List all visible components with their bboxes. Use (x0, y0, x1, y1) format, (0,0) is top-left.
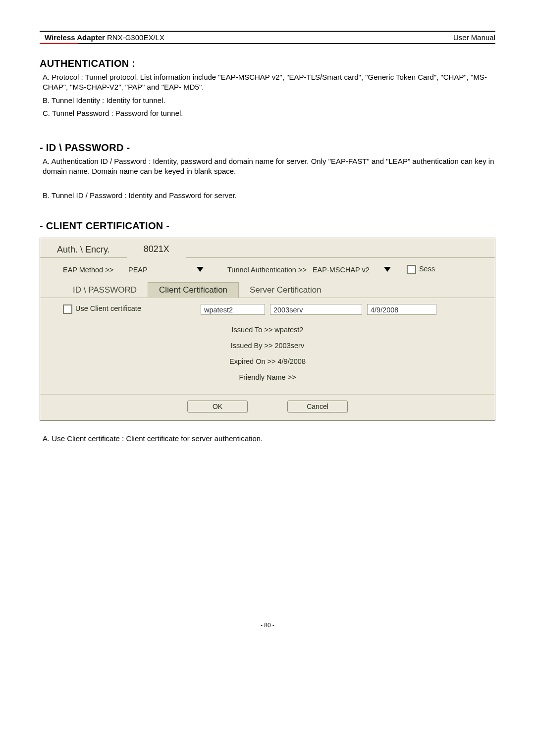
page-header: Wireless Adapter RNX-G300EX/LX User Manu… (40, 31, 495, 44)
cert-info-area: Issued To >> wpatest2 Issued By >> 2003s… (40, 320, 495, 394)
auth-item-b: B. Tunnel Identity : Identity for tunnel… (43, 96, 495, 105)
header-red-underline (40, 43, 78, 44)
eap-method-value[interactable]: PEAP (126, 265, 190, 275)
session-checkbox-wrap[interactable]: Sess (407, 265, 435, 274)
subtab-server-cert[interactable]: Server Certification (239, 283, 332, 298)
tab-8021x[interactable]: 8021X (127, 241, 186, 258)
cert-expired-on: Expired On >> 4/9/2008 (40, 353, 495, 369)
dialog-button-row: OK Cancel (40, 394, 495, 420)
use-client-cert-checkbox-wrap[interactable]: Use Client certificate (63, 304, 141, 314)
cert-issued-by: Issued By >> 2003serv (40, 338, 495, 353)
header-product-bold: Wireless Adapter (45, 33, 105, 42)
section-title-id-password: - ID \ PASSWORD - (40, 142, 495, 153)
auth-dialog: Auth. \ Encry. 8021X EAP Method >> PEAP … (40, 238, 495, 421)
eap-method-label: EAP Method >> (63, 266, 122, 274)
section-title-client-cert: - CLIENT CERTIFICATION - (40, 220, 495, 232)
session-checkbox[interactable] (407, 265, 416, 274)
section-title-authentication: AUTHENTICATION : (40, 58, 495, 69)
chevron-down-icon[interactable] (384, 267, 391, 272)
chevron-down-icon[interactable] (197, 267, 204, 272)
session-label: Sess (419, 265, 435, 273)
client-cert-note: A. Use Client certificate : Client certi… (43, 434, 495, 444)
subtab-id-password[interactable]: ID \ PASSWORD (62, 283, 148, 298)
tunnel-auth-label: Tunnel Authentication >> (227, 266, 307, 274)
tab-auth-encry[interactable]: Auth. \ Encry. (40, 241, 127, 258)
client-cert-row: Use Client certificate wpatest2 2003serv… (40, 298, 495, 320)
idp-item-a: A. Authentication ID / Password : Identi… (43, 156, 495, 177)
cert-field-1[interactable]: wpatest2 (201, 304, 265, 315)
cancel-button[interactable]: Cancel (287, 401, 348, 412)
header-right: User Manual (453, 33, 495, 42)
use-client-cert-checkbox[interactable] (63, 304, 72, 314)
cert-field-3[interactable]: 4/9/2008 (367, 304, 436, 315)
idp-item-b: B. Tunnel ID / Password : Identity and P… (43, 191, 495, 201)
auth-item-c: C. Tunnel Password : Password for tunnel… (43, 108, 495, 118)
cert-field-2[interactable]: 2003serv (270, 304, 362, 315)
tunnel-auth-value[interactable]: EAP-MSCHAP v2 (313, 266, 377, 274)
header-left: Wireless Adapter RNX-G300EX/LX (45, 33, 164, 42)
eap-row: EAP Method >> PEAP Tunnel Authentication… (40, 258, 495, 282)
auth-item-a: A. Protocol : Tunnel protocol, List info… (43, 72, 495, 93)
page-number: - 80 - (40, 622, 495, 629)
subtab-client-cert[interactable]: Client Certification (148, 282, 239, 298)
dialog-sub-tabs: ID \ PASSWORD Client Certification Serve… (40, 282, 495, 298)
ok-button[interactable]: OK (187, 401, 248, 412)
dialog-top-tabs: Auth. \ Encry. 8021X (40, 238, 495, 258)
use-client-cert-label: Use Client certificate (75, 305, 141, 313)
cert-friendly: Friendly Name >> (40, 369, 495, 385)
cert-issued-to: Issued To >> wpatest2 (40, 322, 495, 338)
header-product-rest: RNX-G300EX/LX (105, 33, 164, 42)
